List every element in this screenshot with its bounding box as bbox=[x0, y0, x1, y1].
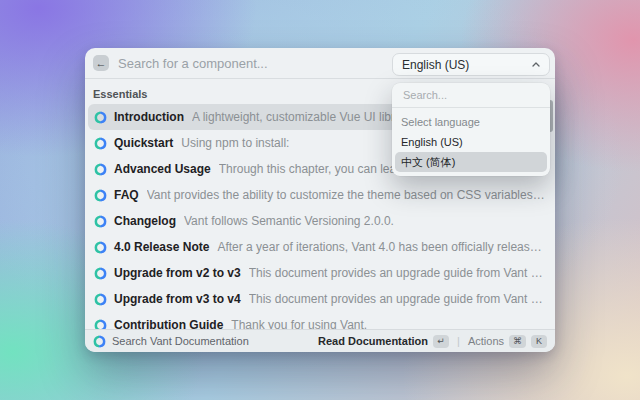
enter-key-icon: ↵ bbox=[433, 335, 449, 348]
vant-logo-icon bbox=[94, 267, 107, 280]
result-title: Contribution Guide bbox=[114, 318, 223, 329]
footer-left: Search Vant Documentation bbox=[93, 335, 249, 348]
vant-logo-icon bbox=[94, 163, 107, 176]
result-description: Thank you for using Vant. bbox=[231, 318, 546, 329]
search-palette-modal: ← English (US) Essentials Introduction A… bbox=[85, 48, 555, 352]
vant-logo-icon bbox=[94, 137, 107, 150]
chevron-up-icon bbox=[532, 62, 540, 67]
result-title: 4.0 Release Note bbox=[114, 240, 209, 254]
list-item[interactable]: Upgrade from v3 to v4 This document prov… bbox=[88, 286, 552, 312]
read-documentation-label: Read Documentation bbox=[318, 335, 428, 347]
language-option-label: 中文 (简体) bbox=[401, 155, 455, 170]
language-search-row bbox=[392, 83, 550, 108]
vant-logo-icon bbox=[94, 189, 107, 202]
vant-logo-icon bbox=[93, 335, 106, 348]
vant-logo-icon bbox=[94, 111, 107, 124]
language-options: English (US) 中文 (简体) bbox=[392, 132, 550, 172]
k-key-icon: K bbox=[531, 335, 547, 348]
vant-logo-icon bbox=[94, 293, 107, 306]
footer-right: Read Documentation ↵ | Actions ⌘ K bbox=[318, 335, 547, 348]
language-select-button[interactable]: English (US) bbox=[392, 53, 550, 76]
footer-bar: Search Vant Documentation Read Documenta… bbox=[85, 329, 555, 352]
result-title: Upgrade from v3 to v4 bbox=[114, 292, 241, 306]
result-description: Vant follows Semantic Versioning 2.0.0. bbox=[184, 214, 546, 228]
actions-label: Actions bbox=[468, 335, 504, 347]
list-item[interactable]: FAQ Vant provides the ability to customi… bbox=[88, 182, 552, 208]
list-item[interactable]: Changelog Vant follows Semantic Versioni… bbox=[88, 208, 552, 234]
vant-logo-icon bbox=[94, 319, 107, 330]
list-item[interactable]: 4.0 Release Note After a year of iterati… bbox=[88, 234, 552, 260]
language-option[interactable]: English (US) bbox=[395, 132, 547, 152]
footer-title: Search Vant Documentation bbox=[112, 335, 249, 347]
result-description: This document provides an upgrade guide … bbox=[249, 292, 546, 306]
language-search-input[interactable] bbox=[401, 88, 541, 102]
result-title: Quickstart bbox=[114, 136, 173, 150]
vant-logo-icon bbox=[94, 215, 107, 228]
result-title: Changelog bbox=[114, 214, 176, 228]
result-description: This document provides an upgrade guide … bbox=[249, 266, 546, 280]
list-item[interactable]: Contribution Guide Thank you for using V… bbox=[88, 312, 552, 329]
language-dropdown-label: Select language bbox=[392, 108, 550, 132]
search-header: ← English (US) bbox=[85, 48, 555, 79]
footer-divider: | bbox=[457, 335, 460, 347]
result-title: Advanced Usage bbox=[114, 162, 211, 176]
result-description: Vant provides the ability to customize t… bbox=[147, 188, 546, 202]
language-dropdown: Select language English (US) 中文 (简体) bbox=[392, 83, 550, 176]
language-option-label: English (US) bbox=[401, 136, 463, 148]
result-title: FAQ bbox=[114, 188, 139, 202]
language-option[interactable]: 中文 (简体) bbox=[395, 152, 547, 172]
result-description: After a year of iterations, Vant 4.0 has… bbox=[217, 240, 546, 254]
command-key-icon: ⌘ bbox=[509, 335, 526, 348]
vant-logo-icon bbox=[94, 241, 107, 254]
result-title: Introduction bbox=[114, 110, 184, 124]
back-button[interactable]: ← bbox=[93, 55, 109, 71]
list-item[interactable]: Upgrade from v2 to v3 This document prov… bbox=[88, 260, 552, 286]
result-title: Upgrade from v2 to v3 bbox=[114, 266, 241, 280]
language-select-value: English (US) bbox=[402, 58, 469, 72]
